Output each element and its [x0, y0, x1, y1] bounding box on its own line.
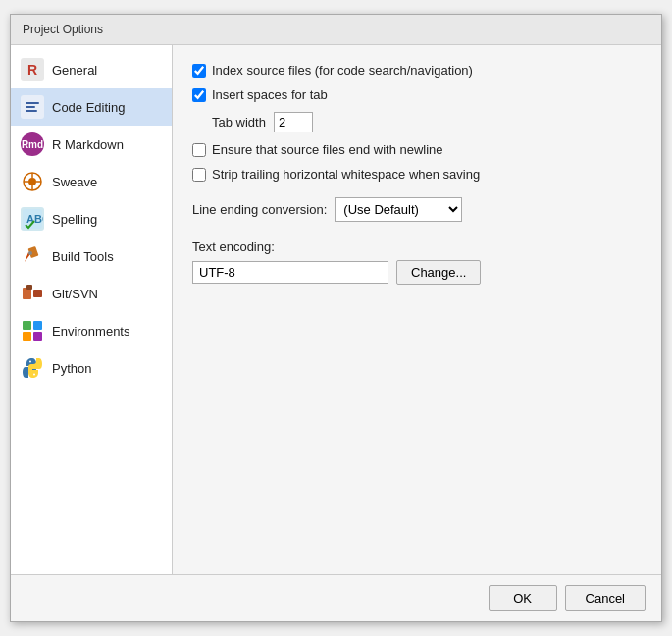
sidebar-item-general[interactable]: R General: [11, 51, 172, 88]
index-source-files-label: Index source files (for code search/navi…: [212, 63, 473, 78]
insert-spaces-label: Insert spaces for tab: [212, 87, 328, 102]
line-ending-label: Line ending conversion:: [192, 202, 327, 217]
sidebar-item-label-environments: Environments: [52, 324, 129, 339]
sidebar-item-code-editing[interactable]: Code Editing: [11, 88, 172, 126]
text-encoding-label: Text encoding:: [192, 239, 642, 254]
svg-rect-19: [33, 332, 42, 341]
cancel-button[interactable]: Cancel: [565, 585, 646, 611]
strip-whitespace-row: Strip trailing horizontal whitespace whe…: [192, 167, 642, 182]
rmd-icon: Rmd: [21, 132, 44, 156]
svg-point-20: [29, 361, 31, 363]
svg-rect-15: [26, 285, 32, 290]
ok-button[interactable]: OK: [489, 585, 557, 611]
dialog-footer: OK Cancel: [11, 574, 661, 621]
strip-whitespace-label: Strip trailing horizontal whitespace whe…: [212, 167, 480, 182]
ensure-newline-label: Ensure that source files end with newlin…: [212, 142, 443, 157]
sidebar: R General Code Editing Rmd R Markdown: [11, 45, 173, 574]
change-encoding-button[interactable]: Change...: [396, 260, 481, 285]
sidebar-item-environments[interactable]: Environments: [11, 312, 172, 349]
sidebar-item-label-general: General: [52, 63, 97, 78]
sidebar-item-label-build-tools: Build Tools: [52, 249, 114, 264]
title-bar: Project Options: [11, 15, 661, 45]
insert-spaces-checkbox[interactable]: [192, 88, 206, 102]
general-icon: R: [21, 58, 44, 81]
sidebar-item-spelling[interactable]: ABC Spelling: [11, 200, 172, 238]
encoding-row: Change...: [192, 260, 642, 285]
svg-point-12: [28, 251, 32, 255]
code-editing-icon: [21, 95, 44, 119]
line-ending-row: Line ending conversion: (Use Default): [192, 197, 642, 222]
svg-text:ABC: ABC: [26, 213, 43, 225]
sidebar-item-label-code-editing: Code Editing: [52, 100, 125, 115]
svg-point-4: [28, 178, 36, 186]
git-svn-icon: [21, 282, 44, 305]
sidebar-item-label-python: Python: [52, 361, 91, 376]
svg-rect-2: [26, 110, 37, 112]
svg-rect-14: [33, 290, 42, 297]
spelling-icon: ABC: [21, 207, 44, 231]
sidebar-item-label-sweave: Sweave: [52, 175, 97, 189]
svg-rect-17: [33, 321, 42, 330]
sidebar-item-git-svn[interactable]: Git/SVN: [11, 275, 172, 312]
ensure-newline-checkbox[interactable]: [192, 143, 206, 157]
index-source-files-checkbox[interactable]: [192, 64, 206, 78]
strip-whitespace-checkbox[interactable]: [192, 168, 206, 182]
project-options-dialog: Project Options R General Code Editing: [10, 14, 662, 622]
sidebar-item-label-spelling: Spelling: [52, 212, 97, 227]
dialog-title: Project Options: [23, 23, 103, 36]
index-source-files-row: Index source files (for code search/navi…: [192, 63, 642, 78]
svg-rect-18: [23, 332, 31, 341]
svg-rect-16: [23, 321, 31, 330]
tab-width-label: Tab width: [212, 115, 266, 130]
tab-width-input[interactable]: [274, 112, 313, 132]
environments-icon: [21, 319, 44, 343]
content-area: Index source files (for code search/navi…: [173, 45, 661, 574]
encoding-input[interactable]: [192, 261, 388, 284]
build-tools-icon: [21, 244, 44, 268]
sidebar-item-python[interactable]: Python: [11, 349, 172, 387]
insert-spaces-row: Insert spaces for tab: [192, 87, 642, 102]
sweave-icon: [21, 170, 44, 193]
sidebar-item-build-tools[interactable]: Build Tools: [11, 238, 172, 275]
svg-rect-1: [26, 106, 35, 108]
dialog-body: R General Code Editing Rmd R Markdown: [11, 45, 661, 574]
line-ending-select[interactable]: (Use Default): [335, 197, 462, 222]
tab-width-row: Tab width: [192, 112, 642, 132]
text-encoding-section: Text encoding: Change...: [192, 239, 642, 285]
svg-point-21: [33, 374, 35, 376]
python-icon: [21, 356, 44, 380]
sidebar-item-r-markdown[interactable]: Rmd R Markdown: [11, 126, 172, 163]
sidebar-item-label-git-svn: Git/SVN: [52, 287, 98, 301]
sidebar-item-sweave[interactable]: Sweave: [11, 163, 172, 200]
ensure-newline-row: Ensure that source files end with newlin…: [192, 142, 642, 157]
svg-rect-0: [26, 102, 39, 104]
sidebar-item-label-r-markdown: R Markdown: [52, 137, 124, 152]
